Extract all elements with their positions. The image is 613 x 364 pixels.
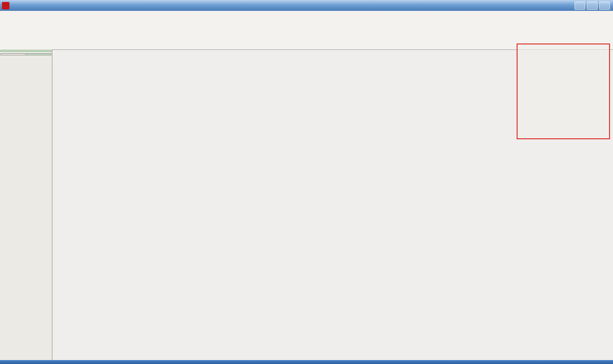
close-button[interactable] [599, 1, 610, 10]
app-icon [2, 2, 9, 9]
calc-panel [0, 49, 52, 360]
status-bar [0, 360, 613, 364]
minimize-button[interactable] [574, 1, 585, 10]
maximize-button[interactable] [587, 1, 598, 10]
main-toolbar [0, 23, 613, 39]
menu-bar [0, 11, 613, 23]
calc-support-button[interactable] [26, 53, 51, 55]
annotation-box [517, 43, 610, 139]
calc-resistance-button[interactable] [0, 53, 26, 55]
title-bar [0, 0, 613, 11]
instrument-title [0, 50, 51, 52]
